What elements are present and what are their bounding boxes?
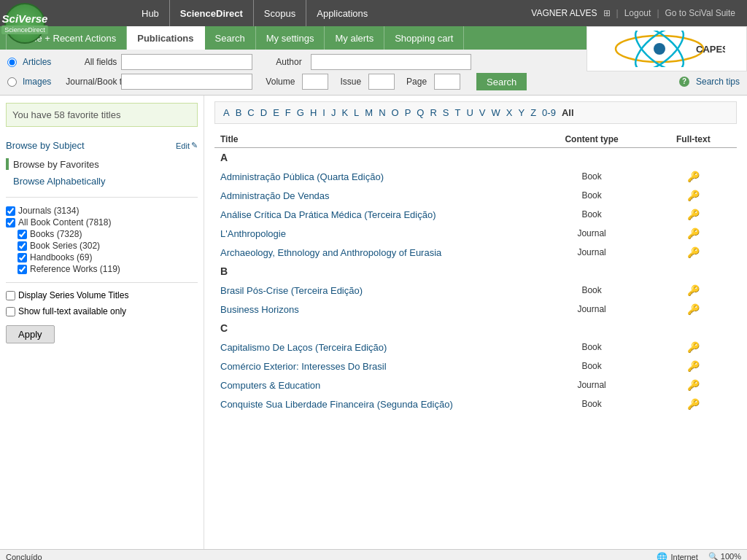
alpha-letter-s[interactable]: S bbox=[441, 106, 452, 119]
browse-by-subject[interactable]: Browse by Subject bbox=[6, 137, 85, 154]
search-tips-link[interactable]: Search tips bbox=[696, 77, 740, 87]
alpha-letter-all[interactable]: All bbox=[560, 106, 576, 119]
nav-search[interactable]: Search bbox=[205, 26, 256, 50]
cb-handbooks-input[interactable] bbox=[18, 253, 27, 262]
result-fulltext-cell[interactable]: 🔑 bbox=[650, 224, 737, 243]
result-title-link[interactable]: Administração Pública (Quarta Edição) bbox=[220, 171, 384, 182]
browse-alphabetically[interactable]: Browse Alphabetically bbox=[6, 173, 198, 190]
cb-display-series[interactable] bbox=[6, 291, 15, 300]
volume-input[interactable] bbox=[302, 74, 328, 90]
radio-articles[interactable] bbox=[7, 58, 17, 67]
result-fulltext-cell[interactable]: 🔑 bbox=[650, 205, 737, 224]
alpha-letter-k[interactable]: K bbox=[339, 106, 350, 119]
result-title-link[interactable]: Capitalismo De Laços (Terceira Edição) bbox=[220, 342, 387, 353]
result-title-link[interactable]: Computers & Education bbox=[220, 380, 320, 391]
display-series-label[interactable]: Display Series Volume Titles bbox=[18, 290, 128, 300]
cb-journals-input[interactable] bbox=[6, 206, 15, 216]
status-done: Concluído bbox=[6, 553, 42, 561]
alpha-letter-r[interactable]: R bbox=[427, 106, 438, 119]
alpha-letter-q[interactable]: Q bbox=[414, 106, 426, 119]
nav-sciencedirect[interactable]: ScienceDirect bbox=[170, 0, 254, 26]
alpha-letter-f[interactable]: F bbox=[283, 106, 293, 119]
result-fulltext-cell[interactable]: 🔑 bbox=[650, 281, 737, 300]
edit-link[interactable]: Edit ✎ bbox=[176, 141, 198, 150]
issue-input[interactable] bbox=[368, 74, 395, 90]
scival-link[interactable]: Go to SciVal Suite bbox=[665, 8, 736, 18]
alpha-letter-g[interactable]: G bbox=[295, 106, 306, 119]
cb-handbooks-label[interactable]: Handbooks (69) bbox=[30, 252, 92, 262]
cb-bookseries-label[interactable]: Book Series (302) bbox=[30, 241, 100, 251]
alpha-letter-x[interactable]: X bbox=[504, 106, 515, 119]
apply-button[interactable]: Apply bbox=[6, 325, 55, 343]
alpha-letter-v[interactable]: V bbox=[477, 106, 488, 119]
alpha-letter-a[interactable]: A bbox=[221, 106, 232, 119]
nav-applications[interactable]: Applications bbox=[306, 0, 378, 26]
result-fulltext-cell[interactable]: 🔑 bbox=[650, 243, 737, 262]
alpha-letter-c[interactable]: C bbox=[245, 106, 256, 119]
nav-hub[interactable]: Hub bbox=[131, 0, 170, 26]
result-title-link[interactable]: Archaeology, Ethnology and Anthropology … bbox=[220, 247, 441, 258]
alpha-letter-d[interactable]: D bbox=[258, 106, 269, 119]
alpha-letter-y[interactable]: Y bbox=[516, 106, 527, 119]
nav-shopping-cart[interactable]: Shopping cart bbox=[384, 26, 464, 50]
alpha-letter-l[interactable]: L bbox=[352, 106, 361, 119]
result-title-link[interactable]: Brasil Pós-Crise (Terceira Edição) bbox=[220, 285, 363, 296]
result-title-link[interactable]: Conquiste Sua Liberdade Financeira (Segu… bbox=[220, 399, 453, 410]
nav-my-alerts[interactable]: My alerts bbox=[325, 26, 384, 50]
journal-book-input[interactable] bbox=[121, 74, 252, 90]
alpha-letter-n[interactable]: N bbox=[376, 106, 387, 119]
nav-scopus[interactable]: Scopus bbox=[254, 0, 306, 26]
alpha-letter-i[interactable]: I bbox=[320, 106, 328, 119]
alpha-letter-w[interactable]: W bbox=[489, 106, 503, 119]
result-title-link[interactable]: Comércio Exterior: Interesses Do Brasil bbox=[220, 361, 387, 372]
col-title: Title bbox=[214, 131, 534, 148]
result-fulltext-cell[interactable]: 🔑 bbox=[650, 357, 737, 376]
cb-refworks-label[interactable]: Reference Works (119) bbox=[30, 264, 120, 274]
cb-books-label[interactable]: Books (7328) bbox=[30, 229, 82, 239]
cb-allbook-input[interactable] bbox=[6, 218, 15, 228]
alpha-letter-p[interactable]: P bbox=[403, 106, 414, 119]
alpha-letter-j[interactable]: J bbox=[329, 106, 338, 119]
result-fulltext-cell[interactable]: 🔑 bbox=[650, 186, 737, 205]
cb-show-fulltext[interactable] bbox=[6, 307, 15, 316]
result-fulltext-cell[interactable]: 🔑 bbox=[650, 376, 737, 394]
alpha-letter-e[interactable]: E bbox=[271, 106, 282, 119]
expand-icon[interactable]: ⊞ bbox=[603, 8, 611, 18]
result-fulltext-cell[interactable]: 🔑 bbox=[650, 338, 737, 357]
alpha-letter-m[interactable]: M bbox=[363, 106, 375, 119]
cb-bookseries-input[interactable] bbox=[18, 241, 27, 251]
cb-refworks-input[interactable] bbox=[18, 265, 27, 274]
browse-by-favorites[interactable]: Browse by Favorites bbox=[6, 155, 198, 173]
nav-publications[interactable]: Publications bbox=[127, 26, 204, 50]
nav-my-settings[interactable]: My settings bbox=[256, 26, 325, 50]
cb-allbook-label[interactable]: All Book Content (7818) bbox=[18, 217, 111, 228]
logout-link[interactable]: Logout bbox=[624, 8, 651, 18]
search-button[interactable]: Search bbox=[476, 73, 527, 90]
alpha-letter-h[interactable]: H bbox=[308, 106, 319, 119]
result-title-link[interactable]: L'Anthropologie bbox=[220, 228, 286, 239]
alpha-letter-o[interactable]: O bbox=[390, 106, 401, 119]
images-label[interactable]: Images bbox=[23, 77, 51, 87]
result-title-link[interactable]: Administração De Vendas bbox=[220, 190, 330, 201]
result-title-link[interactable]: Business Horizons bbox=[220, 304, 299, 315]
cb-books-input[interactable] bbox=[18, 230, 27, 239]
show-fulltext-label[interactable]: Show full-text available only bbox=[18, 306, 126, 316]
alpha-letter-t[interactable]: T bbox=[453, 106, 463, 119]
alpha-letter-u[interactable]: U bbox=[464, 106, 475, 119]
alpha-letter-b[interactable]: B bbox=[233, 106, 244, 119]
all-fields-input[interactable] bbox=[121, 54, 252, 70]
key-icon: 🔑 bbox=[687, 379, 700, 391]
svg-point-3 bbox=[654, 43, 665, 55]
result-type-cell: Journal bbox=[534, 376, 650, 394]
cb-journals-label[interactable]: Journals (3134) bbox=[18, 206, 79, 216]
articles-label[interactable]: Articles bbox=[23, 57, 51, 67]
radio-images[interactable] bbox=[7, 77, 17, 87]
result-fulltext-cell[interactable]: 🔑 bbox=[650, 394, 737, 413]
result-fulltext-cell[interactable]: 🔑 bbox=[650, 300, 737, 319]
page-input[interactable] bbox=[434, 74, 460, 90]
author-input[interactable] bbox=[311, 54, 471, 70]
alpha-letter-09[interactable]: 0-9 bbox=[540, 106, 558, 119]
result-fulltext-cell[interactable]: 🔑 bbox=[650, 167, 737, 186]
alpha-letter-z[interactable]: Z bbox=[528, 106, 538, 119]
result-title-link[interactable]: Análise Crítica Da Prática Médica (Terce… bbox=[220, 209, 436, 220]
